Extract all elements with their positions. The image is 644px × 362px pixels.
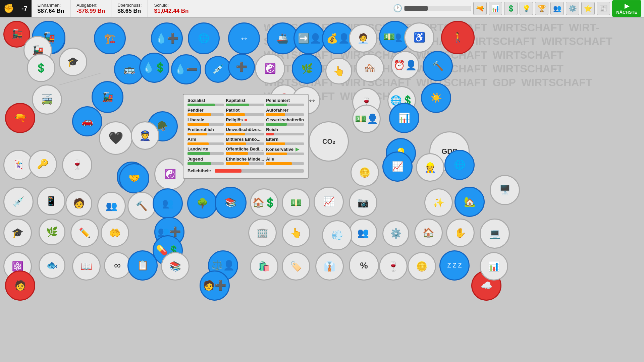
circle-house-arrow[interactable]: 🏠 — [414, 219, 443, 247]
popup-ethnisch[interactable]: Ethnische Minde... — [226, 157, 264, 165]
circle-book[interactable]: 📖 — [72, 252, 101, 281]
circle-people-b[interactable]: 👥 — [153, 188, 183, 219]
circle-bus-white[interactable]: 🚎 — [32, 84, 62, 115]
popup-alle[interactable]: Alle — [266, 157, 304, 165]
popup-pendler[interactable]: Pendler — [187, 108, 224, 116]
circle-infinity[interactable]: ∞ — [104, 252, 131, 279]
circle-global-dollar-b[interactable]: 🌐 — [444, 150, 475, 180]
circle-dollar-up[interactable]: 📈 — [382, 152, 413, 182]
circle-hand-plant2[interactable]: 🤲 — [101, 219, 129, 247]
circle-solar[interactable]: ☀️ — [421, 83, 451, 113]
circle-arrow-person[interactable]: ➡️👤 — [293, 22, 325, 54]
popup-umwelt[interactable]: Umweltschützer... — [226, 127, 264, 135]
circle-people-wh2[interactable]: 👥 — [349, 219, 377, 247]
circle-zzz[interactable]: Z Z Z — [439, 250, 470, 281]
gun-icon-btn[interactable]: 🔫 — [473, 2, 487, 15]
circle-dollar-person-wh[interactable]: 💵👤 — [352, 105, 381, 133]
popup-arm[interactable]: Arm — [187, 137, 224, 145]
circle-red-person-arrow[interactable]: 🚶 — [441, 21, 475, 54]
circle-person-sit[interactable]: 🧑‍💼 — [349, 24, 377, 53]
circle-wine-c[interactable]: 🍷 — [379, 252, 408, 281]
popup-freiberuflich[interactable]: Freiberuflich — [187, 127, 224, 135]
circle-yin-yang-ship[interactable]: ☯️ — [255, 54, 285, 84]
popup-autofahrer[interactable]: Autofahrer — [266, 108, 304, 116]
circle-gun[interactable]: 🔫 — [5, 103, 35, 133]
circle-water-dollar[interactable]: 💧💲 — [139, 53, 169, 83]
circle-clock-person[interactable]: ⏰👤 — [391, 51, 419, 79]
popup-liberale[interactable]: Liberale — [187, 117, 224, 126]
circle-hand-touch2[interactable]: 👆 — [282, 219, 310, 247]
circle-shopping-bag[interactable]: 🛍️ — [250, 252, 278, 281]
circle-wind[interactable]: 💨 — [322, 220, 352, 250]
circle-car[interactable]: 🚗 — [72, 106, 102, 136]
circle-water-minus[interactable]: 💧➖ — [171, 54, 201, 84]
circle-book2[interactable]: 📚 — [161, 252, 190, 281]
popup-konservative[interactable]: Konservative ▶ — [266, 146, 304, 155]
circle-dollar2[interactable]: 💵 — [282, 188, 310, 217]
circle-person-red[interactable]: 🧑 — [5, 270, 35, 301]
star-icon-btn[interactable]: ⭐ — [581, 2, 595, 15]
circle-suit-person[interactable]: 👔 — [315, 252, 344, 281]
popup-kapitalist[interactable]: Kapitalist — [226, 98, 264, 106]
circle-tree[interactable]: 🌳 — [187, 188, 217, 219]
circle-screen[interactable]: 🖥️ — [490, 175, 520, 205]
circle-houses[interactable]: 🏘️ — [356, 54, 384, 82]
circle-disabled[interactable]: ♿ — [404, 22, 434, 53]
circle-person-hierarchy[interactable]: 🏢 — [248, 219, 277, 247]
circle-price-tag[interactable]: 🏷️ — [282, 252, 310, 281]
circle-camera[interactable]: 📷 — [349, 188, 377, 217]
popup-jugend[interactable]: Jugend — [187, 157, 224, 165]
popup-religios[interactable]: Religiös — [226, 117, 264, 126]
circle-coins-b[interactable]: 🪙 — [408, 252, 436, 281]
circle-coins[interactable]: 🪙 — [351, 158, 379, 187]
circle-person-blue[interactable]: 👮 — [131, 121, 159, 150]
circle-heart[interactable]: 🖤 — [99, 121, 132, 155]
popup-reich[interactable]: Reich — [266, 127, 304, 135]
circle-hammer[interactable]: 🔨 — [423, 51, 453, 81]
popup-gewerkschaft[interactable]: Gewerkschafter/in — [266, 117, 304, 126]
circle-house-dollar[interactable]: 🏠💲 — [250, 188, 278, 217]
circle-person-wh3[interactable]: 🧑 — [65, 190, 92, 217]
settings-icon-btn[interactable]: ⚙️ — [566, 2, 579, 15]
circle-pencil[interactable]: ✏️ — [70, 219, 99, 247]
circle-phone[interactable]: 📱 — [37, 187, 65, 215]
circle-hand2[interactable]: ✋ — [446, 219, 475, 247]
popup-oeffentlich[interactable]: Öffentliche Bedi... — [226, 146, 264, 155]
circle-arrow-person-b[interactable]: 📊 — [389, 103, 419, 133]
popup-eltern[interactable]: Eltern — [266, 137, 304, 145]
circle-dollar-arrow[interactable]: 💲 — [27, 54, 55, 82]
circle-screen2[interactable]: 💻 — [480, 219, 510, 249]
circle-construction[interactable]: 🏗️ — [94, 22, 126, 54]
circle-cannabis[interactable]: 🌿 — [292, 54, 322, 84]
lightbulb-icon-btn[interactable]: 💡 — [520, 2, 533, 15]
chart-icon-btn[interactable]: 📊 — [489, 2, 502, 15]
circle-dollar-up2[interactable]: 📈 — [314, 187, 344, 217]
circle-hand-touch[interactable]: 👆 — [325, 58, 352, 84]
circle-note-a[interactable]: 📋 — [127, 250, 158, 281]
circle-train-b[interactable]: 🚂 — [92, 81, 123, 113]
circle-handshake[interactable]: 🤝 — [119, 163, 149, 193]
circle-person-up[interactable]: 📊 — [480, 252, 508, 281]
circle-wine-b[interactable]: 🍷 — [62, 150, 92, 180]
popup-sozialist[interactable]: Sozialist — [187, 98, 224, 106]
circle-globe[interactable]: 🌐 — [188, 22, 220, 54]
popup-landwirte[interactable]: Landwirte — [187, 146, 224, 155]
circle-book-dollar[interactable]: 📚 — [215, 187, 247, 219]
circle-person-wh2[interactable]: 👷 — [416, 153, 444, 182]
popup-patriot[interactable]: Patriot — [226, 108, 264, 116]
circle-tree-house[interactable]: 🏡 — [454, 187, 485, 217]
circle-gavel-wh[interactable]: 🔨 — [127, 192, 156, 220]
circle-percent[interactable]: % — [349, 250, 379, 281]
circle-settings-wh[interactable]: ⚙️ — [382, 220, 409, 247]
circle-arrows[interactable]: ↔️ — [228, 22, 260, 54]
circle-hand-plant[interactable]: 🌿 — [39, 219, 65, 245]
people-icon-btn[interactable]: 👥 — [550, 2, 564, 15]
circle-syringe[interactable]: 💉 — [3, 187, 34, 217]
circle-medical[interactable]: ➕ — [228, 54, 255, 80]
circle-fish[interactable]: 🐟 — [39, 252, 65, 279]
circle-people-wh[interactable]: 👥 — [97, 192, 126, 220]
trophy-icon-btn[interactable]: 🏆 — [535, 2, 548, 15]
news-icon-btn[interactable]: 📰 — [597, 2, 610, 15]
circle-grad-cap[interactable]: 🎓 — [59, 48, 87, 76]
circle-key[interactable]: 🔑 — [29, 150, 57, 178]
